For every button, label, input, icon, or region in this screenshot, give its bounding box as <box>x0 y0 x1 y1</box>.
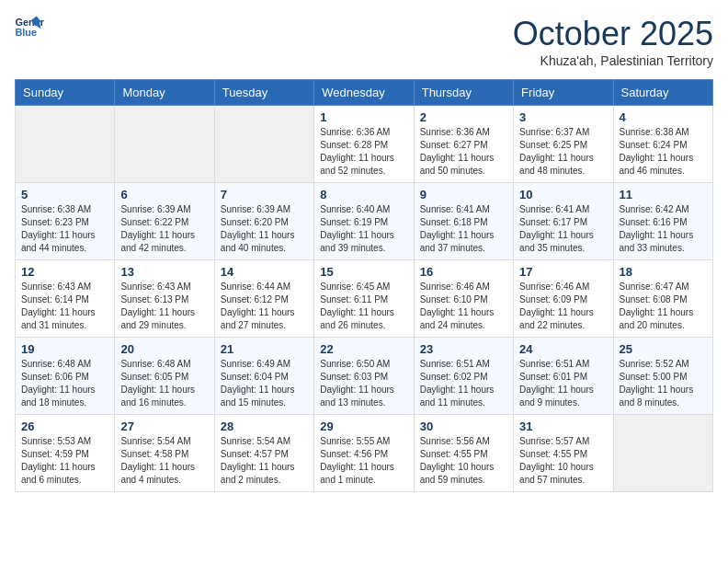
day-number: 28 <box>221 419 308 433</box>
day-info: Sunrise: 6:44 AM Sunset: 6:12 PM Dayligh… <box>221 281 308 332</box>
calendar-week-row: 1Sunrise: 6:36 AM Sunset: 6:28 PM Daylig… <box>16 106 713 183</box>
day-info: Sunrise: 6:49 AM Sunset: 6:04 PM Dayligh… <box>221 358 308 409</box>
day-number: 14 <box>221 265 308 279</box>
day-number: 20 <box>120 342 208 356</box>
location: Khuza'ah, Palestinian Territory <box>513 53 713 68</box>
day-info: Sunrise: 6:51 AM Sunset: 6:01 PM Dayligh… <box>519 358 607 409</box>
day-info: Sunrise: 6:45 AM Sunset: 6:11 PM Dayligh… <box>320 281 407 332</box>
day-info: Sunrise: 6:46 AM Sunset: 6:09 PM Dayligh… <box>519 281 607 332</box>
calendar-cell: 15Sunrise: 6:45 AM Sunset: 6:11 PM Dayli… <box>314 260 414 338</box>
calendar-cell: 31Sunrise: 5:57 AM Sunset: 4:55 PM Dayli… <box>514 415 613 492</box>
calendar-cell: 16Sunrise: 6:46 AM Sunset: 6:10 PM Dayli… <box>414 260 513 338</box>
column-header-thursday: Thursday <box>414 80 513 106</box>
calendar-week-row: 19Sunrise: 6:48 AM Sunset: 6:06 PM Dayli… <box>16 338 713 415</box>
calendar-cell: 12Sunrise: 6:43 AM Sunset: 6:14 PM Dayli… <box>16 260 115 338</box>
day-info: Sunrise: 6:41 AM Sunset: 6:17 PM Dayligh… <box>519 203 607 255</box>
calendar-cell: 18Sunrise: 6:47 AM Sunset: 6:08 PM Dayli… <box>613 260 712 338</box>
day-number: 26 <box>21 419 108 433</box>
day-number: 6 <box>120 188 208 201</box>
day-info: Sunrise: 5:54 AM Sunset: 4:57 PM Dayligh… <box>221 435 308 487</box>
day-number: 3 <box>519 110 607 124</box>
calendar-cell: 8Sunrise: 6:40 AM Sunset: 6:19 PM Daylig… <box>314 183 414 260</box>
day-number: 11 <box>620 188 707 201</box>
day-info: Sunrise: 5:52 AM Sunset: 5:00 PM Dayligh… <box>620 358 707 409</box>
day-info: Sunrise: 6:39 AM Sunset: 6:22 PM Dayligh… <box>120 203 208 255</box>
day-info: Sunrise: 5:54 AM Sunset: 4:58 PM Dayligh… <box>120 435 208 487</box>
day-number: 25 <box>620 342 707 356</box>
day-info: Sunrise: 6:47 AM Sunset: 6:08 PM Dayligh… <box>620 281 707 332</box>
calendar-cell: 17Sunrise: 6:46 AM Sunset: 6:09 PM Dayli… <box>514 260 613 338</box>
day-info: Sunrise: 5:53 AM Sunset: 4:59 PM Dayligh… <box>21 435 108 487</box>
day-number: 13 <box>120 265 208 279</box>
calendar-week-row: 26Sunrise: 5:53 AM Sunset: 4:59 PM Dayli… <box>16 415 713 492</box>
calendar-cell <box>16 106 115 183</box>
day-info: Sunrise: 6:41 AM Sunset: 6:18 PM Dayligh… <box>420 203 507 255</box>
calendar-cell: 11Sunrise: 6:42 AM Sunset: 6:16 PM Dayli… <box>613 183 712 260</box>
day-number: 21 <box>221 342 308 356</box>
calendar-cell: 21Sunrise: 6:49 AM Sunset: 6:04 PM Dayli… <box>214 338 313 415</box>
day-info: Sunrise: 6:48 AM Sunset: 6:06 PM Dayligh… <box>21 358 108 409</box>
month-title: October 2025 <box>513 15 713 53</box>
day-info: Sunrise: 6:36 AM Sunset: 6:27 PM Dayligh… <box>420 126 507 178</box>
day-info: Sunrise: 6:43 AM Sunset: 6:14 PM Dayligh… <box>21 281 108 332</box>
day-number: 30 <box>420 419 507 433</box>
day-number: 2 <box>420 110 507 124</box>
day-number: 17 <box>519 265 607 279</box>
day-number: 4 <box>620 110 707 124</box>
calendar-cell: 3Sunrise: 6:37 AM Sunset: 6:25 PM Daylig… <box>514 106 613 183</box>
day-number: 1 <box>320 110 407 124</box>
calendar-cell: 4Sunrise: 6:38 AM Sunset: 6:24 PM Daylig… <box>613 106 712 183</box>
day-info: Sunrise: 5:56 AM Sunset: 4:55 PM Dayligh… <box>420 435 507 487</box>
column-header-wednesday: Wednesday <box>314 80 414 106</box>
day-number: 9 <box>420 188 507 201</box>
calendar-cell: 10Sunrise: 6:41 AM Sunset: 6:17 PM Dayli… <box>514 183 613 260</box>
day-number: 12 <box>21 265 108 279</box>
day-info: Sunrise: 6:51 AM Sunset: 6:02 PM Dayligh… <box>420 358 507 409</box>
day-number: 24 <box>519 342 607 356</box>
day-number: 16 <box>420 265 507 279</box>
calendar-cell <box>613 415 712 492</box>
column-header-monday: Monday <box>115 80 214 106</box>
calendar-cell: 19Sunrise: 6:48 AM Sunset: 6:06 PM Dayli… <box>16 338 115 415</box>
calendar-header-row: SundayMondayTuesdayWednesdayThursdayFrid… <box>16 80 713 106</box>
day-number: 19 <box>21 342 108 356</box>
calendar-cell: 9Sunrise: 6:41 AM Sunset: 6:18 PM Daylig… <box>414 183 513 260</box>
day-info: Sunrise: 6:38 AM Sunset: 6:23 PM Dayligh… <box>21 203 108 255</box>
day-info: Sunrise: 6:40 AM Sunset: 6:19 PM Dayligh… <box>320 203 407 255</box>
day-number: 15 <box>320 265 407 279</box>
day-number: 27 <box>120 419 208 433</box>
day-info: Sunrise: 6:43 AM Sunset: 6:13 PM Dayligh… <box>120 281 208 332</box>
column-header-saturday: Saturday <box>613 80 712 106</box>
calendar-week-row: 12Sunrise: 6:43 AM Sunset: 6:14 PM Dayli… <box>16 260 713 338</box>
day-number: 8 <box>320 188 407 201</box>
calendar-cell: 29Sunrise: 5:55 AM Sunset: 4:56 PM Dayli… <box>314 415 414 492</box>
page-header: General Blue October 2025 Khuza'ah, Pale… <box>15 15 713 68</box>
logo: General Blue <box>15 15 44 40</box>
day-info: Sunrise: 6:46 AM Sunset: 6:10 PM Dayligh… <box>420 281 507 332</box>
logo-icon: General Blue <box>15 15 44 40</box>
day-info: Sunrise: 5:55 AM Sunset: 4:56 PM Dayligh… <box>320 435 407 487</box>
day-info: Sunrise: 6:38 AM Sunset: 6:24 PM Dayligh… <box>620 126 707 178</box>
column-header-tuesday: Tuesday <box>214 80 313 106</box>
day-number: 29 <box>320 419 407 433</box>
calendar-cell: 7Sunrise: 6:39 AM Sunset: 6:20 PM Daylig… <box>214 183 313 260</box>
day-number: 18 <box>620 265 707 279</box>
day-number: 22 <box>320 342 407 356</box>
calendar-cell: 27Sunrise: 5:54 AM Sunset: 4:58 PM Dayli… <box>115 415 214 492</box>
calendar-cell: 14Sunrise: 6:44 AM Sunset: 6:12 PM Dayli… <box>214 260 313 338</box>
calendar-cell <box>214 106 313 183</box>
calendar-cell: 22Sunrise: 6:50 AM Sunset: 6:03 PM Dayli… <box>314 338 414 415</box>
day-info: Sunrise: 6:37 AM Sunset: 6:25 PM Dayligh… <box>519 126 607 178</box>
calendar-cell <box>115 106 214 183</box>
calendar-cell: 6Sunrise: 6:39 AM Sunset: 6:22 PM Daylig… <box>115 183 214 260</box>
day-info: Sunrise: 6:42 AM Sunset: 6:16 PM Dayligh… <box>620 203 707 255</box>
day-info: Sunrise: 6:39 AM Sunset: 6:20 PM Dayligh… <box>221 203 308 255</box>
column-header-friday: Friday <box>514 80 613 106</box>
calendar-cell: 23Sunrise: 6:51 AM Sunset: 6:02 PM Dayli… <box>414 338 513 415</box>
day-number: 5 <box>21 188 108 201</box>
calendar-cell: 24Sunrise: 6:51 AM Sunset: 6:01 PM Dayli… <box>514 338 613 415</box>
day-number: 10 <box>519 188 607 201</box>
svg-text:Blue: Blue <box>15 27 37 38</box>
day-number: 23 <box>420 342 507 356</box>
calendar-cell: 13Sunrise: 6:43 AM Sunset: 6:13 PM Dayli… <box>115 260 214 338</box>
